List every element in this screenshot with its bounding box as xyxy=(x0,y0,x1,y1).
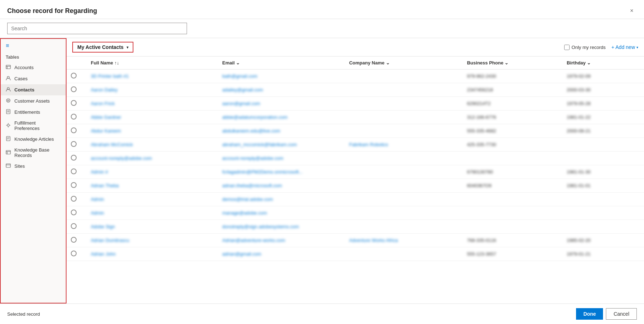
row-email[interactable]: donotreply@sign.adobesystems.com xyxy=(218,220,345,234)
sidebar-item-accounts[interactable]: Accounts xyxy=(1,62,66,73)
sidebar-item-customer-assets[interactable]: Customer Assets xyxy=(1,95,66,107)
email-sort-icon[interactable]: ⌄ xyxy=(236,60,240,66)
table-row: 3D Printer bath #1bath@gmail.com979-962-… xyxy=(67,69,644,83)
row-email[interactable]: demos@trial.adobe.com xyxy=(218,193,345,206)
row-phone xyxy=(463,220,562,234)
row-email[interactable]: Adrian@adventure-works.com xyxy=(218,234,345,247)
row-birthday: 1981-01-22 xyxy=(562,111,644,124)
search-input[interactable] xyxy=(7,23,187,34)
col-header-company[interactable]: Company Name ⌄ xyxy=(345,57,463,69)
row-fullname[interactable]: Abraham McComick xyxy=(86,138,218,152)
row-radio-button[interactable] xyxy=(71,210,77,215)
table-row: Aaron Frickaaron@gmail.com6290214T21979-… xyxy=(67,97,644,111)
row-company xyxy=(345,165,463,179)
phone-sort-icon[interactable]: ⌄ xyxy=(504,60,508,66)
row-radio-button[interactable] xyxy=(71,182,77,188)
row-fullname[interactable]: Adobe Sign xyxy=(86,220,218,234)
svg-rect-7 xyxy=(6,109,10,114)
row-fullname[interactable]: Abdur Kareem xyxy=(86,124,218,138)
row-email[interactable]: account-noreply@adobe.com xyxy=(218,152,345,165)
row-company xyxy=(345,179,463,193)
row-fullname[interactable]: account-noreply@adobe.com xyxy=(86,152,218,165)
sidebar-item-cases[interactable]: Cases xyxy=(1,73,66,84)
row-email[interactable]: abraham_mccomick@fabrikam.com xyxy=(218,138,345,152)
row-email[interactable]: adrian@gmail.com xyxy=(218,247,345,261)
row-email[interactable]: fcrlagadmin@PM2Demo.onmicrosoft... xyxy=(218,165,345,179)
hamburger-menu[interactable]: ≡ xyxy=(1,39,66,53)
company-sort-icon[interactable]: ⌄ xyxy=(386,60,390,66)
row-radio-button[interactable] xyxy=(71,196,77,202)
add-new-button[interactable]: + Add new ▾ xyxy=(611,44,638,50)
row-fullname[interactable]: Adnan Theba xyxy=(86,179,218,193)
sidebar-item-fulfillment-prefs[interactable]: Fulfillment Preferences xyxy=(1,118,66,134)
sidebar-item-contacts[interactable]: Contacts xyxy=(1,84,66,95)
row-radio-button[interactable] xyxy=(71,223,77,229)
row-radio-button[interactable] xyxy=(71,251,77,256)
row-company xyxy=(345,124,463,138)
table-row: Abraham McComickabraham_mccomick@fabrika… xyxy=(67,138,644,152)
cancel-button[interactable]: Cancel xyxy=(606,308,637,320)
col-header-phone[interactable]: Business Phone ⌄ xyxy=(463,57,562,69)
search-area xyxy=(0,19,644,38)
row-phone: 312-166-6776 xyxy=(463,111,562,124)
row-fullname[interactable]: Aaron Dailey xyxy=(86,83,218,97)
table-row: Adnan Thebaadnan.theba@microsoft.com6040… xyxy=(67,179,644,193)
view-selector-button[interactable]: My Active Contacts ▾ xyxy=(72,42,133,53)
row-email[interactable]: adnan.theba@microsoft.com xyxy=(218,179,345,193)
sidebar-item-sites[interactable]: Sites xyxy=(1,161,66,172)
row-radio-button[interactable] xyxy=(71,141,77,147)
table-row: Abbie Gardnerabbie@adatumcorporation.com… xyxy=(67,111,644,124)
row-email[interactable]: adailey@gmail.com xyxy=(218,83,345,97)
row-radio-button[interactable] xyxy=(71,168,77,174)
row-fullname[interactable]: 3D Printer bath #1 xyxy=(86,69,218,83)
row-fullname[interactable]: Abbie Gardner xyxy=(86,111,218,124)
choose-record-dialog: Choose record for Regarding × ≡ Tables A… xyxy=(0,0,644,324)
row-fullname[interactable]: Adrian Dumitrascu xyxy=(86,234,218,247)
done-button[interactable]: Done xyxy=(576,308,603,320)
row-email[interactable]: manage@adobe.com xyxy=(218,206,345,220)
fullname-sort-icon[interactable]: ↑↓ xyxy=(114,60,119,66)
cases-icon xyxy=(6,76,12,82)
sidebar-item-knowledge-base[interactable]: Knowledge Base Records xyxy=(1,145,66,161)
accounts-icon xyxy=(6,64,12,71)
view-selector-chevron: ▾ xyxy=(127,45,128,49)
col-header-birthday[interactable]: Birthday ⌄ xyxy=(562,57,644,69)
row-fullname[interactable]: Admin xyxy=(86,206,218,220)
row-radio-button[interactable] xyxy=(71,237,77,243)
row-fullname[interactable]: Aaron Frick xyxy=(86,97,218,111)
row-phone: 555-335-4682 xyxy=(463,124,562,138)
svg-point-5 xyxy=(6,99,10,102)
sidebar-item-cases-label: Cases xyxy=(14,76,28,81)
row-radio-button[interactable] xyxy=(71,73,77,78)
col-header-fullname[interactable]: Full Name ↑↓ xyxy=(86,57,218,69)
row-fullname[interactable]: Admin xyxy=(86,193,218,206)
table-row: Adrian DumitrascuAdrian@adventure-works.… xyxy=(67,234,644,247)
svg-rect-11 xyxy=(6,136,10,141)
row-radio-button[interactable] xyxy=(71,86,77,92)
dialog-footer: Selected record Done Cancel xyxy=(0,303,644,324)
only-my-records-checkbox[interactable] xyxy=(564,45,570,50)
row-radio-button[interactable] xyxy=(71,114,77,120)
row-radio-button[interactable] xyxy=(71,100,77,106)
row-company: Fabrikam Robotics xyxy=(345,138,463,152)
birthday-sort-icon[interactable]: ⌄ xyxy=(587,60,591,66)
row-email[interactable]: abbie@adatumcorporation.com xyxy=(218,111,345,124)
sidebar-item-entitlements[interactable]: Entitlements xyxy=(1,107,66,118)
row-email[interactable]: aaron@gmail.com xyxy=(218,97,345,111)
row-birthday xyxy=(562,220,644,234)
sidebar-item-knowledge-articles[interactable]: Knowledge Articles xyxy=(1,134,66,145)
col-header-email[interactable]: Email ⌄ xyxy=(218,57,345,69)
row-email[interactable]: abdulkareem.edu@live.com xyxy=(218,124,345,138)
row-radio-button[interactable] xyxy=(71,155,77,161)
sidebar-item-fulfillment-label: Fulfillment Preferences xyxy=(14,120,61,131)
row-phone: 2347456218 xyxy=(463,83,562,97)
row-phone xyxy=(463,206,562,220)
row-radio-button[interactable] xyxy=(71,127,77,133)
row-fullname[interactable]: Adrian John xyxy=(86,247,218,261)
close-button[interactable]: × xyxy=(627,6,637,16)
row-fullname[interactable]: Admin # xyxy=(86,165,218,179)
col-header-select xyxy=(67,57,86,69)
row-email[interactable]: bath@gmail.com xyxy=(218,69,345,83)
row-phone xyxy=(463,193,562,206)
sidebar-item-knowledge-base-label: Knowledge Base Records xyxy=(14,147,61,158)
